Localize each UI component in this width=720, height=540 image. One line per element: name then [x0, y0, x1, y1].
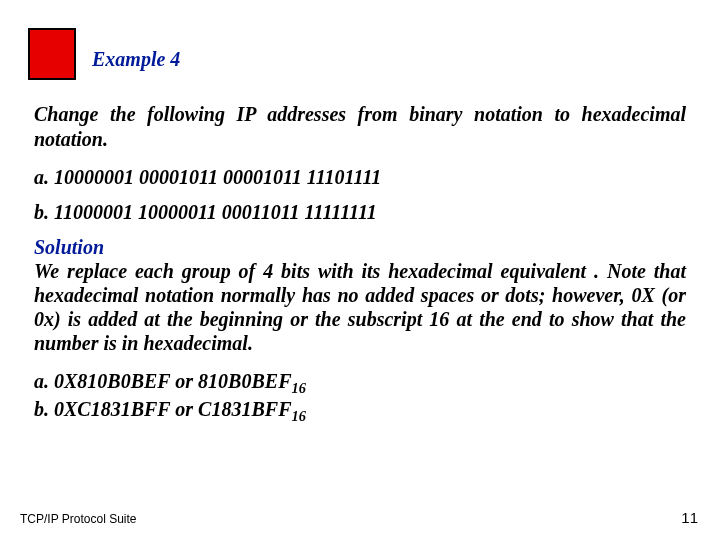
answer-b: b. 0XC1831BFF or C1831BFF16 — [34, 397, 686, 425]
answer-a-subscript: 16 — [291, 380, 305, 396]
answer-b-subscript: 16 — [291, 408, 305, 424]
slide-content: Change the following IP addresses from b… — [34, 102, 686, 425]
header-decoration-box — [28, 28, 76, 80]
question-prompt: Change the following IP addresses from b… — [34, 102, 686, 152]
solution-heading: Solution — [34, 236, 686, 259]
page-number: 11 — [681, 509, 698, 526]
answer-a-text: a. 0X810B0BEF or 810B0BEF — [34, 370, 291, 392]
example-title: Example 4 — [92, 48, 180, 71]
footer-source: TCP/IP Protocol Suite — [20, 512, 137, 526]
answer-b-text: b. 0XC1831BFF or C1831BFF — [34, 398, 291, 420]
answer-a: a. 0X810B0BEF or 810B0BEF16 — [34, 369, 686, 397]
solution-body: We replace each group of 4 bits with its… — [34, 259, 686, 355]
question-item-a: a. 10000001 00001011 00001011 11101111 — [34, 166, 686, 189]
question-item-b: b. 11000001 10000011 00011011 11111111 — [34, 201, 686, 224]
